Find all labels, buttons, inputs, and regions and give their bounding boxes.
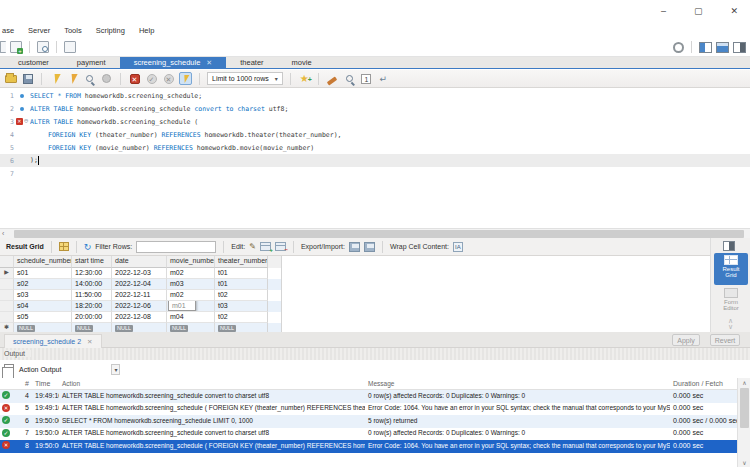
grid-cell[interactable]: t02 xyxy=(215,290,268,301)
execute-query-icon[interactable] xyxy=(49,73,62,85)
editor-tab-movie[interactable]: movie xyxy=(278,57,326,68)
sql-line-1[interactable]: 1SELECT * FROM homeworkdb.screening_sche… xyxy=(0,89,750,102)
delete-row-icon[interactable]: − xyxy=(275,242,286,251)
sql-line-4[interactable]: 4FOREIGN KEY (theater_number) REFERENCES… xyxy=(0,128,750,141)
grid-cell[interactable]: t01 xyxy=(215,279,268,290)
export-icon[interactable] xyxy=(349,242,360,252)
grid-cell[interactable]: m01 xyxy=(167,301,215,312)
sql-line-2[interactable]: 2ALTER TABLE homeworkdb.screening_schedu… xyxy=(0,102,750,115)
grid-cell[interactable]: 18:20:00 xyxy=(72,301,112,312)
rollback-icon[interactable]: ✕ xyxy=(162,73,175,85)
grid-column-header-movie_number[interactable]: movie_number xyxy=(167,256,215,268)
edit-pencil-icon[interactable]: ✎ xyxy=(249,242,256,251)
add-row-icon[interactable]: + xyxy=(260,242,271,251)
table-row[interactable]: s0311:50:002022-12-11m02t02 xyxy=(0,290,281,301)
sql-editor[interactable]: 1SELECT * FROM homeworkdb.screening_sche… xyxy=(0,89,750,228)
grid-cell[interactable]: 20:00:00 xyxy=(72,312,112,323)
stop-query-icon[interactable] xyxy=(100,73,113,85)
filter-rows-input[interactable] xyxy=(136,241,216,253)
grid-column-header-theater_number[interactable]: theater_number xyxy=(215,256,268,268)
sql-line-7[interactable]: 7 xyxy=(0,167,750,180)
grid-cell[interactable]: m04 xyxy=(167,312,215,323)
output-row[interactable]: ✓719:50:06ALTER TABLE homeworkdb.screeni… xyxy=(0,428,737,441)
grid-cell[interactable]: 14:00:00 xyxy=(72,279,112,290)
result-grid-view-button[interactable]: Result Grid xyxy=(714,253,748,285)
grid-column-header-schedule_number[interactable]: schedule_number xyxy=(14,256,72,268)
maximize-button[interactable]: ▢ xyxy=(694,6,703,16)
grid-column-header-start-time[interactable]: start time xyxy=(72,256,112,268)
autocommit-toggle-icon[interactable] xyxy=(179,73,192,85)
execute-current-statement-icon[interactable] xyxy=(66,73,79,85)
close-icon[interactable]: ✕ xyxy=(206,59,212,67)
open-inspector-icon[interactable] xyxy=(37,41,49,53)
editor-tab-payment[interactable]: payment xyxy=(63,57,120,68)
invisible-characters-icon[interactable]: 1 xyxy=(360,73,373,85)
grid-cell[interactable]: 2022-12-11 xyxy=(112,290,167,301)
table-row[interactable]: s0520:00:002022-12-08m04t02 xyxy=(0,312,281,323)
table-row[interactable]: ▶s0112:30:002022-12-03m02t01 xyxy=(0,268,281,279)
grid-cell[interactable]: 2022-12-06 xyxy=(112,301,167,312)
scroll-down-icon[interactable]: ∨ xyxy=(738,459,750,466)
menu-item-scripting[interactable]: Scripting xyxy=(96,26,125,35)
open-script-icon[interactable] xyxy=(4,73,17,85)
output-row[interactable]: ✓419:49:10ALTER TABLE homeworkdb.screeni… xyxy=(0,390,737,403)
grid-cell[interactable]: m03 xyxy=(167,279,215,290)
revert-button[interactable]: Revert xyxy=(710,334,740,346)
chevron-down-icon[interactable]: ∨ xyxy=(711,324,750,330)
scrollbar-thumb[interactable] xyxy=(740,388,749,428)
grid-cell[interactable]: 2022-12-04 xyxy=(112,279,167,290)
grid-cell[interactable]: s03 xyxy=(14,290,72,301)
sql-line-5[interactable]: 5FOREIGN KEY (movie_number) REFERENCES h… xyxy=(0,141,750,154)
editor-horizontal-scrollbar[interactable]: ‹ xyxy=(0,228,750,238)
grid-cell[interactable]: m02 xyxy=(167,290,215,301)
cell-edit-tooltip[interactable]: m01 xyxy=(168,301,196,311)
import-icon[interactable] xyxy=(364,242,375,252)
scroll-up-icon[interactable]: ∧ xyxy=(738,379,750,386)
menu-item-help[interactable]: Help xyxy=(139,26,154,35)
grid-cell[interactable]: 2022-12-03 xyxy=(112,268,167,279)
output-row[interactable]: ✓619:50:06SELECT * FROM homeworkdb.scree… xyxy=(0,415,737,428)
editor-tab-screening_schedule[interactable]: screening_schedule✕ xyxy=(120,57,227,68)
sql-line-3[interactable]: 3✕⊖ALTER TABLE homeworkdb.screening_sche… xyxy=(0,115,750,128)
grid-cell[interactable]: s05 xyxy=(14,312,72,323)
beautify-query-icon[interactable] xyxy=(326,73,339,85)
grid-cell[interactable]: t02 xyxy=(215,312,268,323)
grid-cell[interactable]: 2022-12-08 xyxy=(112,312,167,323)
connection-tool-icon[interactable] xyxy=(64,41,76,53)
grid-cell[interactable]: s02 xyxy=(14,279,72,290)
close-button[interactable]: ✕ xyxy=(730,6,738,16)
editor-tab-customer[interactable]: customer xyxy=(4,57,63,68)
limit-rows-dropdown[interactable]: Limit to 1000 rows ▾ xyxy=(207,72,283,85)
stop-on-error-toggle-icon[interactable]: ✕ xyxy=(128,73,141,85)
form-editor-view-button[interactable]: Form Editor xyxy=(714,288,748,318)
find-icon[interactable] xyxy=(343,73,356,85)
commit-icon[interactable]: ✓ xyxy=(145,73,158,85)
result-tab[interactable]: screening_schedule 2 ✕ xyxy=(4,334,102,348)
table-row[interactable]: s0418:20:002022-12-06m01t03 xyxy=(0,301,281,312)
grid-cell[interactable]: 11:50:00 xyxy=(72,290,112,301)
grid-cell[interactable]: m02 xyxy=(167,268,215,279)
wrap-text-icon[interactable]: ↵ xyxy=(377,73,390,85)
grid-column-header-date[interactable]: date xyxy=(112,256,167,268)
fold-icon[interactable]: ⊖ xyxy=(24,118,28,125)
sql-line-6[interactable]: 6); xyxy=(0,154,750,167)
minimize-button[interactable]: – xyxy=(661,6,666,16)
wrap-cell-content-icon[interactable]: IA xyxy=(453,242,463,252)
new-query-tab-icon[interactable]: + xyxy=(10,41,22,53)
save-script-icon[interactable] xyxy=(21,73,34,85)
grid-cell[interactable]: t03 xyxy=(215,301,268,312)
editor-tab-theater[interactable]: theater xyxy=(226,57,277,68)
explain-plan-icon[interactable] xyxy=(83,73,96,85)
search-settings-icon[interactable] xyxy=(673,42,684,53)
grid-cell[interactable]: 12:30:00 xyxy=(72,268,112,279)
toggle-output-panel-icon[interactable] xyxy=(716,42,729,53)
grid-cell[interactable]: t01 xyxy=(215,268,268,279)
close-icon[interactable]: ✕ xyxy=(87,338,92,346)
collapse-panel-icon[interactable] xyxy=(723,241,735,251)
apply-button[interactable]: Apply xyxy=(672,334,700,346)
output-row[interactable]: ✕519:49:10ALTER TABLE homeworkdb.screeni… xyxy=(0,403,737,416)
output-vertical-scrollbar[interactable]: ∧ ∨ xyxy=(737,378,750,467)
toggle-secondary-sidebar-icon[interactable] xyxy=(733,42,746,53)
output-view-selector[interactable]: Action Output ▾ xyxy=(19,364,120,375)
scrollbar-thumb[interactable] xyxy=(14,230,744,238)
